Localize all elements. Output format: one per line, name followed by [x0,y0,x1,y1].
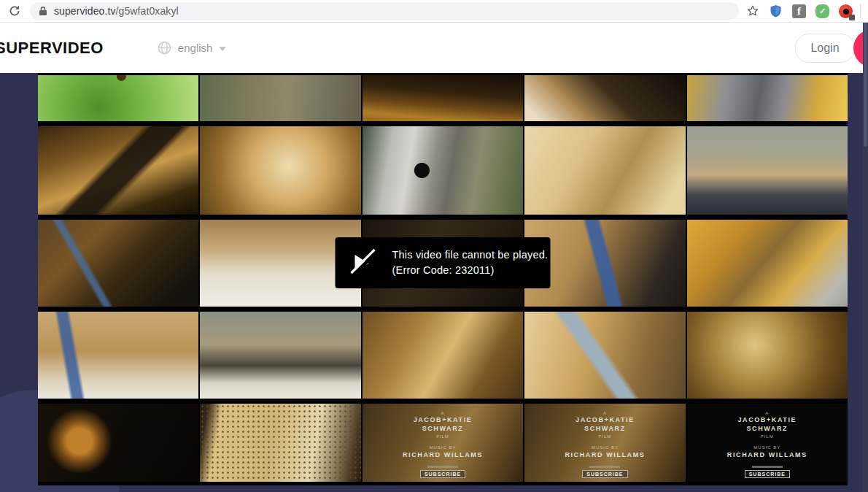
credits-film-by: JACOB+KATIE [737,416,797,425]
video-thumbnail-honey-chunk-dark [38,404,198,482]
credits-film-by: JACOB+KATIE [576,416,635,425]
credits-music-by-label: MUSIC BY [592,445,619,450]
reload-icon[interactable] [8,4,21,18]
credits-film-word: FILM [599,434,612,439]
browser-toolbar: supervideo.tv/g5wfat0xakyl f ✓ [0,0,868,23]
credits-note-line [589,466,620,468]
video-thumbnail-end-credits-black: AJACOB+KATIESCHWARZFILMMUSIC BYRICHARD W… [687,404,848,482]
credits-music-by: RICHARD WILLAMS [565,451,645,460]
credits-film-by-2: SCHWARZ [584,425,626,434]
video-thumbnail-bee-swarm-on-comb [687,312,848,399]
video-thumbnail-bees-on-comb-closeup [363,312,523,399]
credits-film-prefix: A [765,410,769,416]
blocker-icon-cutout [843,9,849,15]
blocker-extension-icon[interactable] [839,4,853,18]
video-thumbnail-bees-on-dark-comb [363,75,523,121]
scrollbar[interactable] [863,23,868,492]
video-thumbnail-cream-comb-closeup [524,126,685,215]
thumbnail-row [38,126,848,215]
video-thumbnail-glove-tool-comb-debris [200,312,360,399]
credits-film-word: FILM [761,434,774,439]
lock-icon [39,6,47,16]
thumbnail-row [38,75,848,121]
mail-extension-icon[interactable]: ✓ [815,4,829,18]
facebook-extension-icon[interactable]: f [792,4,806,18]
url-text[interactable]: supervideo.tv/g5wfat0xakyl [54,5,179,17]
scrollbar-thumb[interactable] [864,23,867,147]
video-thumbnail-bee-closeup-dark [524,75,685,121]
video-thumbnail-bee-on-green-leaf [38,75,198,121]
credits-film-prefix: A [603,410,607,416]
video-thumbnail-end-credits-over-bees: AJACOB+KATIESCHWARZFILMMUSIC BYRICHARD W… [363,404,523,482]
credits-film-word: FILM [436,434,449,439]
bookmark-star-icon[interactable] [746,4,759,18]
video-thumbnail-honeycomb-on-gray-board [687,75,848,121]
credits-subscribe-badge: SUBSCRIBE [582,470,627,478]
video-credits: AJACOB+KATIESCHWARZFILMMUSIC BYRICHARD W… [687,404,848,482]
language-selector[interactable]: english [158,41,227,55]
video-thumbnail-blurred-glove-metal-bar [524,312,685,399]
credits-film-prefix: A [441,410,445,416]
credits-film-by: JACOB+KATIE [414,416,473,425]
credits-film-by-2: SCHWARZ [746,425,788,434]
video-cannot-play-icon [350,248,379,277]
video-thumbnail-hive-tool-scraping [38,220,198,307]
site-header: SUPERVIDEO english Login [0,23,868,73]
video-player[interactable]: AJACOB+KATIESCHWARZFILMMUSIC BYRICHARD W… [38,73,848,485]
video-thumbnail-honeycomb-cells-bee [38,126,198,215]
blocker-badge [849,15,855,20]
chevron-down-icon [219,47,226,51]
video-thumbnail-comb-on-metal-rails [687,220,848,307]
video-thumbnail-end-credits-over-bees: AJACOB+KATIESCHWARZFILMMUSIC BYRICHARD W… [524,404,685,482]
address-bar[interactable]: supervideo.tv/g5wfat0xakyl [30,2,739,20]
credits-note-line [752,466,783,468]
site-logo[interactable]: SUPERVIDEO [0,39,104,58]
video-thumbnail-blurred-field [200,75,360,121]
toolbar-divider [860,4,861,18]
shield-extension-icon[interactable] [769,4,783,18]
credits-music-by-label: MUSIC BY [753,445,780,450]
globe-icon [158,41,171,55]
player-error-overlay: This video file cannot be played. (Error… [336,237,551,288]
error-code-line: (Error Code: 232011) [392,263,549,278]
video-thumbnail-bee-cluster-on-comb [200,126,360,215]
url-path: /g5wfat0xakyl [116,5,179,17]
video-thumbnail-metal-bee-smoker [363,126,523,215]
video-thumbnail-capped-comb-frame-top [200,404,360,482]
language-label: english [178,42,213,54]
credits-film-by-2: SCHWARZ [422,425,464,434]
thumbnail-row [38,312,848,399]
video-thumbnail-glove-over-hive-rack [687,126,848,215]
credits-music-by: RICHARD WILLAMS [403,451,483,460]
credits-music-by: RICHARD WILLAMS [727,451,807,460]
credits-subscribe-badge: SUBSCRIBE [745,470,790,478]
url-host: supervideo.tv [54,5,116,17]
credits-music-by-label: MUSIC BY [430,445,457,450]
video-credits: AJACOB+KATIESCHWARZFILMMUSIC BYRICHARD W… [524,404,685,482]
credits-note-line [427,466,458,468]
thumbnail-row: AJACOB+KATIESCHWARZFILMMUSIC BYRICHARD W… [38,404,848,482]
error-message: This video file cannot be played. (Error… [392,247,549,278]
video-credits: AJACOB+KATIESCHWARZFILMMUSIC BYRICHARD W… [363,404,523,482]
error-message-line1: This video file cannot be played. [392,247,549,263]
credits-subscribe-badge: SUBSCRIBE [420,470,465,478]
login-button[interactable]: Login [795,34,855,63]
video-thumbnail-gloves-blue-tool-white-box [38,312,198,399]
